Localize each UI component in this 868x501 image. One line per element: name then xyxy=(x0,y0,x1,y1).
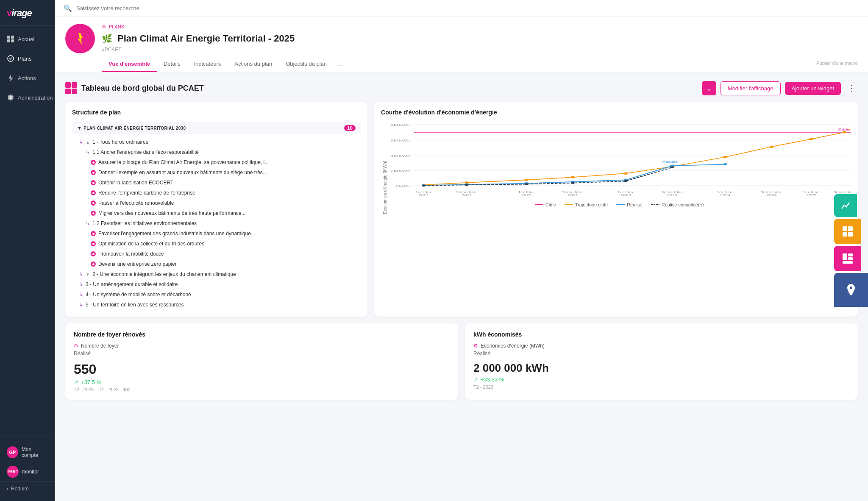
kpi-kwh-meta: T2 - 2023 xyxy=(473,384,849,390)
tree-item[interactable]: ↳ ▼ 2 - Une économie intégrant les enjeu… xyxy=(72,269,361,279)
tree-item[interactable]: ↳ 1.2 Favoriser les initiatives environn… xyxy=(72,218,361,228)
sidebar-item-administration[interactable]: Administration xyxy=(0,88,55,107)
svg-point-58 xyxy=(465,184,469,186)
svg-text:1er trim.: 1er trim. xyxy=(518,191,535,194)
svg-text:3ème trim.: 3ème trim. xyxy=(834,191,851,194)
chart-panel: Courbe d'évolution d'économie d'énergie … xyxy=(374,102,858,317)
chart-y-label: Economies d'énergie (MWh) xyxy=(381,121,387,214)
tree-hook-icon: ↳ xyxy=(86,149,90,155)
tree-item[interactable]: Passer à l'électricité renouvelable xyxy=(72,198,361,208)
plan-section-badge: 10 xyxy=(344,125,356,131)
svg-point-47 xyxy=(843,131,846,133)
tree-hook-icon: ↳ xyxy=(79,302,83,308)
sidebar-item-label: Administration xyxy=(18,95,53,101)
tree-item-label: Obtenir la labélisation ECOCERT xyxy=(98,180,173,186)
sidebar-item-accueil[interactable]: Accueil xyxy=(0,29,55,49)
svg-text:1er trim.: 1er trim. xyxy=(717,191,734,194)
topbar: 🔍 xyxy=(55,0,868,17)
sidebar-user[interactable]: GP Mon compte xyxy=(0,442,55,462)
search-input[interactable] xyxy=(76,5,860,11)
svg-text:3ème trim.: 3ème trim. xyxy=(661,191,683,194)
svg-text:1er trim.: 1er trim. xyxy=(415,191,432,194)
tree-dot-icon xyxy=(91,241,96,246)
kpi-foyer-title: Nombre de foyer rénovés xyxy=(74,331,450,338)
legend-trajectoire-label: Trajectoire cible xyxy=(575,202,608,207)
tree-item[interactable]: Réduire l'empreinte carbone de l'entrepr… xyxy=(72,188,361,198)
float-analytics-button[interactable] xyxy=(834,194,857,217)
tree-item[interactable]: ↳ 1.1 Ancrer l'entreprise dans l'éco res… xyxy=(72,147,361,157)
dashboard-title: Tableau de bord global du PCAET xyxy=(65,82,204,94)
plan-tag: #PCAET xyxy=(102,47,858,53)
plan-breadcrumb: ⚙ PLANS xyxy=(102,24,858,30)
sidebar-item-plans[interactable]: Plans xyxy=(0,49,55,68)
float-dashboard-button[interactable] xyxy=(834,246,861,271)
tab-actions-plan[interactable]: Actions du plan xyxy=(228,56,279,72)
tree-item-label: 1.2 Favoriser les initiatives environnem… xyxy=(92,220,197,226)
tree-item[interactable]: Devenir une entreprise zéro papier xyxy=(72,259,361,269)
svg-point-59 xyxy=(525,183,528,185)
tree-item[interactable]: Donner l'exemple en assurant aux nouveau… xyxy=(72,167,361,178)
tree-item[interactable]: Optimisation de la collecte et du tri de… xyxy=(72,239,361,249)
tree-item-label: Favoriser l'engagement des grands indust… xyxy=(98,231,255,237)
legend-cible-label: Cible xyxy=(545,202,556,207)
legend-consolide-line xyxy=(651,204,659,205)
trend-up-icon: ↗ xyxy=(74,379,78,385)
sidebar-item-actions[interactable]: Actions xyxy=(0,68,55,88)
sidebar-item-label: Plans xyxy=(18,56,32,62)
sidebar-reduce-button[interactable]: ‹ Réduire xyxy=(0,481,55,496)
plan-section-label: PLAN CLIMAT AIR ÉNERGIE TERRITORIAL 2030 xyxy=(83,126,344,131)
chart-title: Courbe d'évolution d'économie d'énergie xyxy=(381,109,851,116)
tree-item-label: 4 - Un système de mobilité sobre et déca… xyxy=(86,292,191,298)
modify-display-button[interactable]: Modifier l'affichage xyxy=(721,81,781,95)
tree-item-label: 1 - Tous héros ordinaires xyxy=(92,139,148,145)
svg-point-61 xyxy=(624,180,628,182)
tree-item-label: 1.1 Ancrer l'entreprise dans l'éco respo… xyxy=(92,149,199,155)
tree-item-label: Passer à l'électricité renouvelable xyxy=(98,200,174,206)
structure-panel: Structure de plan ▼ PLAN CLIMAT AIR ÉNER… xyxy=(65,102,367,317)
svg-text:2021: 2021 xyxy=(462,194,472,197)
tree-item[interactable]: ↳ ▲ 1 - Tous héros ordinaires xyxy=(72,137,361,147)
kpi-kwh-panel: kWh économisés ⚙ Economies d'énergie (MW… xyxy=(465,323,858,400)
tree-item[interactable]: ↳ 4 - Un système de mobilité sobre et dé… xyxy=(72,289,361,300)
sidebar-footer: GP Mon compte PERF monitor ‹ Réduire xyxy=(0,437,55,501)
sidebar-perf[interactable]: PERF monitor xyxy=(0,462,55,481)
add-widget-button[interactable]: Ajouter un widget xyxy=(785,82,841,95)
svg-text:1er trim.: 1er trim. xyxy=(618,191,634,194)
tree-item[interactable]: Promouvoir la mobilité douce xyxy=(72,249,361,259)
tree-item-label: Assurer le pilotage du Plan Climat Air E… xyxy=(98,159,269,165)
tree-item[interactable]: Assurer le pilotage du Plan Climat Air E… xyxy=(72,157,361,167)
tab-objectifs-plan[interactable]: Objectifs du plan xyxy=(279,56,334,72)
more-options-button[interactable]: ⋮ xyxy=(845,82,858,95)
gauge-icon-2: ⚙ xyxy=(473,343,478,349)
tab-vue-ensemble[interactable]: Vue d'ensemble xyxy=(102,56,157,72)
tree-item[interactable]: ↳ 5 - Un territoire en lien avec ses res… xyxy=(72,300,361,310)
svg-text:2022: 2022 xyxy=(568,194,578,197)
sidebar-item-label: Actions xyxy=(18,75,36,81)
legend-consolide-label: Réalisé consolidé(e) xyxy=(662,202,704,207)
kpi-foyer-meta: T2 - 2023 T1 - 2023 : 400 xyxy=(74,387,450,392)
float-grid-button[interactable] xyxy=(834,219,861,244)
chevron-down-button[interactable]: ⌄ xyxy=(702,81,716,95)
tab-indicateurs[interactable]: Indicateurs xyxy=(187,56,228,72)
tree-item[interactable]: Obtenir la labélisation ECOCERT xyxy=(72,178,361,188)
svg-point-45 xyxy=(770,146,773,148)
tree-item[interactable]: ↳ 3 - Un aménagement durable et solidair… xyxy=(72,279,361,289)
float-location-button[interactable] xyxy=(834,273,868,307)
svg-rect-68 xyxy=(843,253,847,260)
tree-item-label: Optimisation de la collecte et du tri de… xyxy=(98,241,204,247)
sidebar-perf-label: monitor xyxy=(22,469,39,475)
grid-icon xyxy=(7,35,14,43)
tree-dot-icon xyxy=(91,200,96,206)
svg-rect-2 xyxy=(7,39,10,42)
tree-item[interactable]: Favoriser l'engagement des grands indust… xyxy=(72,228,361,239)
tree-dot-icon xyxy=(91,231,96,236)
tab-more[interactable]: ... xyxy=(334,56,346,72)
avatar: GP xyxy=(7,446,18,458)
dashboard-header: Tableau de bord global du PCAET ⌄ Modifi… xyxy=(65,81,858,95)
chart-legend: Cible Trajectoire cible Réalisé xyxy=(387,202,851,207)
tree-item[interactable]: Migrer vers des nouveaux bâtiments de tr… xyxy=(72,208,361,218)
tab-details[interactable]: Détails xyxy=(157,56,187,72)
tree-item-label: 2 - Une économie intégrant les enjeux du… xyxy=(92,271,236,277)
svg-text:2023: 2023 xyxy=(621,194,631,197)
plan-section-header[interactable]: ▼ PLAN CLIMAT AIR ÉNERGIE TERRITORIAL 20… xyxy=(72,122,361,134)
